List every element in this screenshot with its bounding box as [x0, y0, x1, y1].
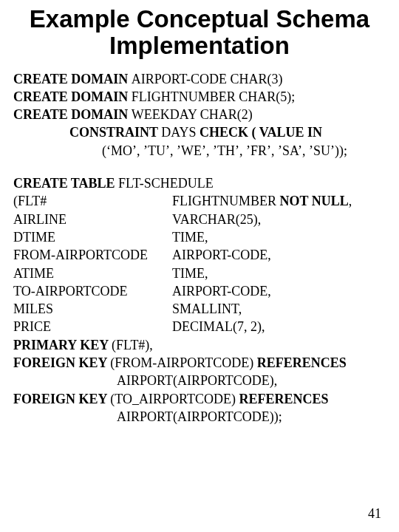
domain-line-2: CREATE DOMAIN FLIGHTNUMBER CHAR(5);: [13, 88, 386, 106]
table-row: PRICE DECIMAL(7, 2),: [13, 318, 386, 335]
column-name: FROM-AIRPORTCODE: [13, 246, 172, 264]
slide-body: CREATE DOMAIN AIRPORT-CODE CHAR(3) CREAT…: [13, 70, 386, 426]
primary-key-line: PRIMARY KEY (FLT#),: [13, 336, 386, 354]
foreign-key-ref-1: AIRPORT(AIRPORTCODE),: [13, 372, 386, 389]
create-table-line: CREATE TABLE FLT-SCHEDULE: [13, 174, 386, 192]
column-type: AIRPORT-CODE,: [172, 246, 386, 264]
foreign-key-line-2: FOREIGN KEY (TO_AIRPORTCODE) REFERENCES: [13, 390, 386, 408]
keyword: REFERENCES: [239, 392, 328, 406]
keyword: CREATE TABLE: [13, 176, 118, 191]
column-name: AIRLINE: [13, 211, 172, 228]
column-type: TIME,: [172, 265, 386, 282]
table-row: MILES SMALLINT,: [13, 300, 386, 318]
keyword: FOREIGN KEY: [13, 355, 110, 370]
page-number: 41: [368, 506, 381, 522]
table-row: FROM-AIRPORTCODE AIRPORT-CODE,: [13, 246, 386, 264]
text: (FROM-AIRPORTCODE): [110, 355, 256, 370]
keyword: CREATE DOMAIN: [13, 72, 132, 86]
text: (FLT#),: [112, 338, 153, 352]
foreign-key-line-1: FOREIGN KEY (FROM-AIRPORTCODE) REFERENCE…: [13, 354, 386, 372]
text: FLIGHTNUMBER CHAR(5);: [132, 89, 296, 104]
text: DAYS: [161, 125, 200, 140]
text: (‘MO’, ’TU’, ’WE’, ’TH’, ’FR’, ’SA’, ’SU…: [102, 143, 347, 158]
text: WEEKDAY CHAR(2): [132, 107, 253, 122]
table-row: TO-AIRPORTCODE AIRPORT-CODE,: [13, 282, 386, 300]
table-row: DTIME TIME,: [13, 228, 386, 246]
keyword: REFERENCES: [257, 355, 347, 370]
spacer: [13, 160, 386, 174]
column-name: TO-AIRPORTCODE: [13, 282, 172, 300]
text: AIRPORT(AIRPORTCODE),: [117, 373, 277, 388]
column-type: AIRPORT-CODE,: [172, 282, 386, 300]
text: ,: [349, 194, 352, 208]
constraint-values: (‘MO’, ’TU’, ’WE’, ’TH’, ’FR’, ’SA’, ’SU…: [13, 142, 386, 160]
text: AIRPORT(AIRPORTCODE));: [117, 409, 282, 424]
table-row: AIRLINE VARCHAR(25),: [13, 211, 386, 228]
column-name: PRICE: [13, 318, 172, 335]
text: AIRPORT-CODE CHAR(3): [132, 72, 283, 86]
table-row: ATIME TIME,: [13, 265, 386, 282]
column-type: TIME,: [172, 228, 386, 246]
column-name: DTIME: [13, 228, 172, 246]
keyword: CHECK ( VALUE IN: [200, 125, 322, 140]
slide: Example Conceptual Schema Implementation…: [0, 0, 399, 532]
column-type: VARCHAR(25),: [172, 211, 386, 228]
slide-title: Example Conceptual Schema Implementation: [13, 6, 386, 60]
table-row: (FLT# FLIGHTNUMBER NOT NULL,: [13, 192, 386, 210]
constraint-line: CONSTRAINT DAYS CHECK ( VALUE IN: [13, 123, 386, 141]
foreign-key-ref-2: AIRPORT(AIRPORTCODE));: [13, 408, 386, 426]
keyword: CREATE DOMAIN: [13, 107, 132, 122]
domain-line-1: CREATE DOMAIN AIRPORT-CODE CHAR(3): [13, 70, 386, 88]
column-name: ATIME: [13, 265, 172, 282]
text: (TO_AIRPORTCODE): [110, 392, 239, 406]
column-type: FLIGHTNUMBER NOT NULL,: [172, 192, 386, 210]
column-type: DECIMAL(7, 2),: [172, 318, 386, 335]
column-name: MILES: [13, 300, 172, 318]
keyword: CONSTRAINT: [69, 125, 161, 140]
keyword: FOREIGN KEY: [13, 392, 110, 406]
keyword: CREATE DOMAIN: [13, 89, 132, 104]
column-type: SMALLINT,: [172, 300, 386, 318]
text: FLT-SCHEDULE: [118, 176, 214, 191]
keyword: NOT NULL: [280, 194, 349, 208]
domain-line-3: CREATE DOMAIN WEEKDAY CHAR(2): [13, 106, 386, 123]
column-name: (FLT#: [13, 192, 172, 210]
keyword: PRIMARY KEY: [13, 338, 112, 352]
text: FLIGHTNUMBER: [172, 194, 280, 208]
